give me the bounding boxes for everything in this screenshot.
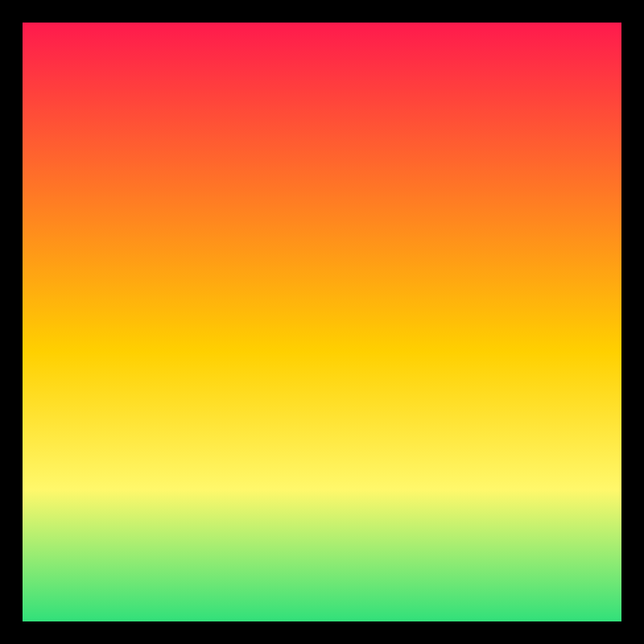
outer-frame — [0, 0, 644, 644]
curve-layer — [23, 23, 621, 621]
plot-area — [23, 23, 621, 621]
